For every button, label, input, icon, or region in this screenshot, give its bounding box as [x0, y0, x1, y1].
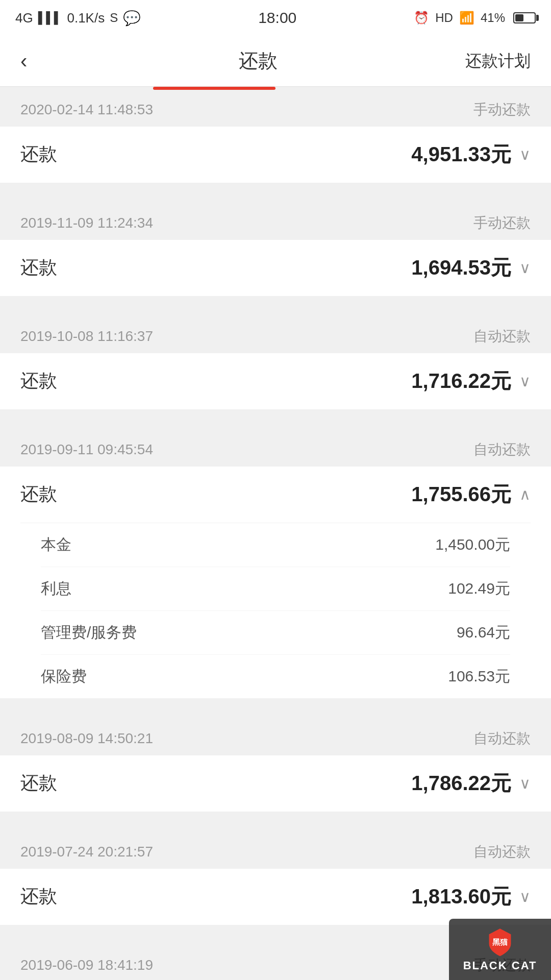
- record-type-r2: 手动还款: [473, 213, 531, 233]
- detail-row-r4-1: 利息102.49元: [41, 567, 510, 611]
- hd-label: HD: [435, 11, 453, 25]
- record-label-r3: 还款: [20, 369, 57, 394]
- record-amount-row-r2: 1,694.53元∨: [411, 254, 531, 282]
- chevron-icon-r5: ∨: [519, 774, 531, 792]
- section-gap-3: [0, 708, 551, 719]
- detail-value-r4-2: 96.64元: [457, 622, 510, 643]
- record-type-r3: 自动还款: [473, 327, 531, 346]
- chevron-icon-r3: ∨: [519, 372, 531, 390]
- record-date-r2: 2019-11-09 11:24:34: [20, 215, 153, 231]
- record-detail-r4: 本金1,450.00元利息102.49元管理费/服务费96.64元保险费106.…: [20, 523, 531, 698]
- record-amount-row-r4: 1,755.66元∧: [411, 480, 531, 508]
- record-date-r1: 2020-02-14 11:48:53: [20, 102, 153, 118]
- record-amount-r1: 4,951.33元: [411, 140, 511, 168]
- record-date-r5: 2019-08-09 14:50:21: [20, 730, 153, 747]
- detail-value-r4-0: 1,450.00元: [435, 534, 510, 555]
- detail-value-r4-1: 102.49元: [448, 578, 510, 599]
- record-amount-r6: 1,813.60元: [411, 883, 511, 911]
- record-amount-r5: 1,786.22元: [411, 769, 511, 797]
- battery-percent: 41%: [481, 11, 505, 25]
- record-amount-r3: 1,716.22元: [411, 367, 511, 395]
- page-title: 还款: [239, 48, 278, 74]
- record-label-r6: 还款: [20, 884, 57, 909]
- record-label-r2: 还款: [20, 255, 57, 280]
- detail-row-r4-0: 本金1,450.00元: [41, 523, 510, 567]
- record-type-r1: 手动还款: [473, 100, 531, 119]
- section-gap-2: [0, 420, 551, 430]
- record-card-r5: 还款1,786.22元∨: [0, 755, 551, 812]
- record-amount-row-r3: 1,716.22元∨: [411, 367, 531, 395]
- status-bar: 4G ▌▌▌ 0.1K/s S 💬 18:00 ⏰ HD 📶 41%: [0, 0, 551, 36]
- record-meta-r4: 2019-09-11 09:45:54自动还款: [0, 430, 551, 467]
- record-date-r6: 2019-07-24 20:21:57: [20, 844, 153, 860]
- record-amount-r2: 1,694.53元: [411, 254, 511, 282]
- detail-row-r4-2: 管理费/服务费96.64元: [41, 611, 510, 655]
- record-label-r4: 还款: [20, 482, 57, 507]
- chevron-icon-r4: ∧: [519, 485, 531, 503]
- record-amount-r4: 1,755.66元: [411, 480, 511, 508]
- watermark: 黑猫 BLACK CAT: [449, 919, 551, 980]
- tab-indicator-bar: [0, 87, 551, 90]
- record-card-r1: 还款4,951.33元∨: [0, 127, 551, 183]
- status-left: 4G ▌▌▌ 0.1K/s S 💬: [15, 10, 141, 27]
- sim-icon: S: [110, 11, 118, 25]
- section-gap-4: [0, 822, 551, 832]
- svg-text:黑猫: 黑猫: [492, 938, 508, 946]
- record-meta-r1: 2020-02-14 11:48:53手动还款: [0, 90, 551, 127]
- alarm-icon: ⏰: [414, 11, 429, 25]
- status-right: ⏰ HD 📶 41%: [414, 11, 536, 25]
- record-date-r4: 2019-09-11 09:45:54: [20, 442, 153, 458]
- detail-key-r4-2: 管理费/服务费: [41, 622, 137, 643]
- signal-bars: ▌▌▌: [38, 11, 62, 24]
- record-date-r7: 2019-06-09 18:41:19: [20, 957, 153, 973]
- wifi-icon: 📶: [459, 11, 474, 25]
- chevron-icon-r1: ∨: [519, 145, 531, 163]
- signal-4g: 4G: [15, 10, 33, 26]
- record-main-row-r1[interactable]: 还款4,951.33元∨: [20, 127, 531, 183]
- black-cat-shield-icon: 黑猫: [485, 926, 515, 957]
- record-main-row-r4[interactable]: 还款1,755.66元∧: [20, 467, 531, 523]
- back-button[interactable]: ‹: [20, 50, 51, 72]
- record-amount-row-r6: 1,813.60元∨: [411, 883, 531, 911]
- record-meta-r6: 2019-07-24 20:21:57自动还款: [0, 832, 551, 869]
- record-card-r6: 还款1,813.60元∨: [0, 869, 551, 925]
- detail-row-r4-3: 保险费106.53元: [41, 655, 510, 698]
- record-type-r5: 自动还款: [473, 729, 531, 748]
- record-main-row-r3[interactable]: 还款1,716.22元∨: [20, 353, 531, 409]
- record-type-r6: 自动还款: [473, 842, 531, 862]
- record-amount-row-r5: 1,786.22元∨: [411, 769, 531, 797]
- nav-bar: ‹ 还款 还款计划: [0, 36, 551, 87]
- detail-value-r4-3: 106.53元: [448, 666, 510, 687]
- record-meta-r5: 2019-08-09 14:50:21自动还款: [0, 719, 551, 755]
- section-gap-0: [0, 193, 551, 203]
- chevron-icon-r6: ∨: [519, 888, 531, 905]
- record-group-r6: 2019-07-24 20:21:57自动还款还款1,813.60元∨: [0, 832, 551, 925]
- record-group-r3: 2019-10-08 11:16:37自动还款还款1,716.22元∨: [0, 316, 551, 409]
- wechat-icon: 💬: [123, 10, 141, 27]
- record-card-r3: 还款1,716.22元∨: [0, 353, 551, 409]
- record-card-r2: 还款1,694.53元∨: [0, 240, 551, 296]
- detail-key-r4-1: 利息: [41, 578, 71, 599]
- record-label-r1: 还款: [20, 142, 57, 167]
- record-group-r5: 2019-08-09 14:50:21自动还款还款1,786.22元∨: [0, 719, 551, 812]
- record-meta-r3: 2019-10-08 11:16:37自动还款: [0, 316, 551, 353]
- record-group-r4: 2019-09-11 09:45:54自动还款还款1,755.66元∧本金1,4…: [0, 430, 551, 698]
- repayment-plan-button[interactable]: 还款计划: [465, 50, 531, 72]
- battery-icon: [513, 12, 536, 23]
- chevron-icon-r2: ∨: [519, 259, 531, 277]
- data-speed: 0.1K/s: [67, 10, 105, 26]
- record-main-row-r6[interactable]: 还款1,813.60元∨: [20, 869, 531, 925]
- record-group-r1: 2020-02-14 11:48:53手动还款还款4,951.33元∨: [0, 90, 551, 183]
- record-date-r3: 2019-10-08 11:16:37: [20, 328, 153, 345]
- detail-key-r4-0: 本金: [41, 534, 71, 555]
- record-main-row-r5[interactable]: 还款1,786.22元∨: [20, 755, 531, 812]
- record-card-r4: 还款1,755.66元∧本金1,450.00元利息102.49元管理费/服务费9…: [0, 467, 551, 698]
- record-label-r5: 还款: [20, 771, 57, 796]
- record-meta-r2: 2019-11-09 11:24:34手动还款: [0, 203, 551, 240]
- record-group-r2: 2019-11-09 11:24:34手动还款还款1,694.53元∨: [0, 203, 551, 296]
- tab-active-indicator: [153, 87, 276, 90]
- watermark-text: BLACK CAT: [463, 959, 537, 972]
- detail-key-r4-3: 保险费: [41, 666, 87, 687]
- record-main-row-r2[interactable]: 还款1,694.53元∨: [20, 240, 531, 296]
- record-type-r4: 自动还款: [473, 440, 531, 459]
